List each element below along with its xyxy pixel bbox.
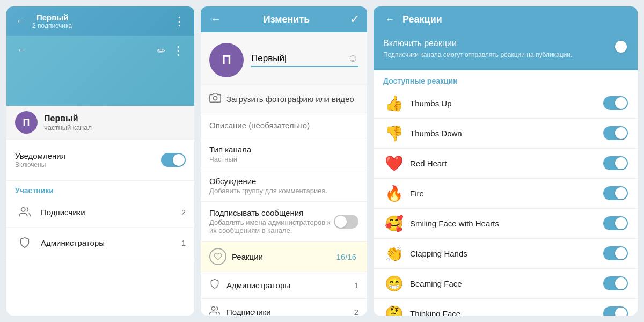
discussion-item[interactable]: Обсуждение Добавить группу для комментар…	[201, 170, 367, 202]
description-input[interactable]	[209, 121, 358, 130]
channel-type-label: Тип канала	[209, 145, 358, 154]
left-channel-type: частный канал	[44, 123, 92, 131]
subscribers-nav-label: Подписчики	[226, 308, 354, 316]
reaction-toggle-5[interactable]	[603, 246, 628, 260]
reaction-toggle-1[interactable]	[603, 126, 628, 140]
left-edit-button[interactable]: ✏	[152, 42, 170, 60]
admins-label: Администраторы	[41, 238, 181, 247]
right-back-button[interactable]: ←	[382, 12, 397, 27]
enable-reactions-section: Включить реакции Подписчики канала смогу…	[374, 32, 638, 70]
reaction-emoji: 🔥	[383, 185, 405, 202]
reaction-emoji: 🤔	[383, 305, 405, 316]
sign-label: Подписывать сообщения	[209, 208, 334, 217]
right-panel: ← Реакции Включить реакции Подписчики ка…	[374, 6, 638, 316]
sign-sub: Добавлять имена администраторов к их соо…	[209, 218, 334, 235]
notifications-toggle[interactable]	[161, 153, 186, 167]
admins-nav-label: Администраторы	[226, 281, 354, 290]
notifications-label: Уведомления	[15, 151, 65, 160]
channel-type-value: Частный	[209, 155, 358, 163]
reaction-toggle-6[interactable]	[603, 276, 628, 290]
subscribers-nav-count: 2	[354, 308, 358, 316]
left-channel-name: Первый	[44, 114, 92, 123]
sign-toggle[interactable]	[334, 215, 358, 229]
reactions-nav-icon	[209, 248, 226, 265]
middle-avatar-section: П ☺	[201, 32, 367, 85]
reaction-item: 🔥 Fire	[374, 179, 638, 209]
reaction-item: 🥰 Smiling Face with Hearts	[374, 209, 638, 239]
reaction-name: Smiling Face with Hearts	[410, 219, 603, 228]
sign-item[interactable]: Подписывать сообщения Добавлять имена ад…	[201, 202, 367, 241]
camera-icon	[209, 92, 221, 106]
right-title: Реакции	[402, 14, 442, 25]
reaction-item: ❤️ Red Heart	[374, 149, 638, 179]
reaction-item: 👏 Clapping Hands	[374, 239, 638, 269]
middle-avatar[interactable]: П	[209, 43, 244, 77]
subscribers-nav-icon	[209, 305, 226, 316]
reaction-name: Fire	[410, 189, 603, 198]
admins-nav-item[interactable]: Администраторы 1	[201, 272, 367, 299]
reactions-nav-label: Реакции	[232, 252, 336, 261]
discussion-sub: Добавить группу для комментариев.	[209, 187, 358, 195]
left-back-button[interactable]: ←	[13, 14, 28, 29]
reaction-emoji: 👏	[383, 245, 405, 262]
reaction-toggle-4[interactable]	[603, 216, 628, 230]
subscribers-nav-item[interactable]: Подписчики 2	[201, 299, 367, 316]
reaction-toggle-2[interactable]	[603, 156, 628, 170]
reaction-emoji: 😁	[383, 275, 405, 292]
svg-point-1	[213, 96, 217, 100]
reaction-item: 👎 Thumbs Down	[374, 119, 638, 149]
reaction-name: Clapping Hands	[410, 249, 603, 258]
enable-reactions-desc: Подписчики канала смогут отправлять реак…	[383, 50, 603, 60]
reactions-nav-count: 16/16	[336, 252, 356, 261]
right-header: ← Реакции	[374, 6, 638, 32]
reaction-toggle-3[interactable]	[603, 186, 628, 200]
left-panel: ← Первый 2 подписчика ⋮ ← ✏ ⋮ П Первый ч…	[6, 6, 194, 316]
admins-icon	[15, 233, 34, 252]
middle-panel: ← Изменить ✓ П ☺ Загрузить фотографию ил…	[201, 6, 367, 316]
reaction-name: Red Heart	[410, 159, 603, 168]
middle-check-button[interactable]: ✓	[350, 12, 360, 26]
admins-nav-count: 1	[354, 281, 358, 290]
channel-name-input[interactable]	[251, 53, 358, 67]
left-channel-header: ← ✏ ⋮	[6, 36, 194, 106]
left-more-button[interactable]: ⋮	[171, 13, 188, 30]
members-section-header: Участники	[6, 181, 194, 197]
middle-back-button[interactable]: ←	[208, 12, 223, 27]
reaction-toggle-7[interactable]	[603, 306, 628, 316]
left-channel-avatar: П	[15, 111, 38, 134]
reaction-emoji: 🥰	[383, 215, 405, 232]
reaction-name: Thumbs Down	[410, 129, 603, 138]
available-reactions-header: Доступные реакции	[374, 70, 638, 89]
notifications-status: Включены	[15, 161, 65, 169]
admins-row[interactable]: Администраторы 1	[6, 228, 194, 258]
reaction-emoji: 👍	[383, 94, 405, 112]
admins-nav-icon	[209, 279, 226, 292]
upload-media-row[interactable]: Загрузить фотографию или видео	[201, 85, 367, 113]
reaction-item: 👍 Thumbs Up	[374, 89, 638, 119]
channel-type-item[interactable]: Тип канала Частный	[201, 138, 367, 170]
middle-title: Изменить	[223, 14, 350, 25]
subscribers-count: 2	[181, 208, 186, 217]
upload-label: Загрузить фотографию или видео	[226, 94, 354, 104]
enable-reactions-toggle[interactable]	[603, 40, 628, 54]
left-subscriber-count: 2 подписчика	[32, 22, 171, 30]
subscribers-row[interactable]: Подписчики 2	[6, 197, 194, 228]
left-channel-title: Первый	[36, 13, 171, 22]
reaction-emoji: 👎	[383, 125, 405, 142]
notifications-section: Уведомления Включены	[6, 140, 194, 181]
left-more-button-2[interactable]: ⋮	[170, 42, 187, 60]
subscribers-icon	[15, 202, 34, 222]
reactions-nav-item[interactable]: Реакции 16/16	[201, 241, 367, 272]
reaction-emoji: ❤️	[383, 155, 405, 172]
reaction-name: Thinking Face	[410, 309, 603, 316]
left-back-button-2[interactable]: ←	[14, 42, 29, 57]
discussion-label: Обсуждение	[209, 177, 358, 186]
reaction-name: Beaming Face	[410, 279, 603, 288]
middle-header: ← Изменить ✓	[201, 6, 367, 32]
description-row[interactable]	[201, 113, 367, 138]
reaction-name: Thumbs Up	[410, 99, 603, 108]
enable-reactions-label: Включить реакции	[383, 39, 603, 48]
reaction-toggle-0[interactable]	[603, 96, 628, 110]
admins-count: 1	[181, 238, 186, 247]
subscribers-label: Подписчики	[41, 208, 181, 217]
